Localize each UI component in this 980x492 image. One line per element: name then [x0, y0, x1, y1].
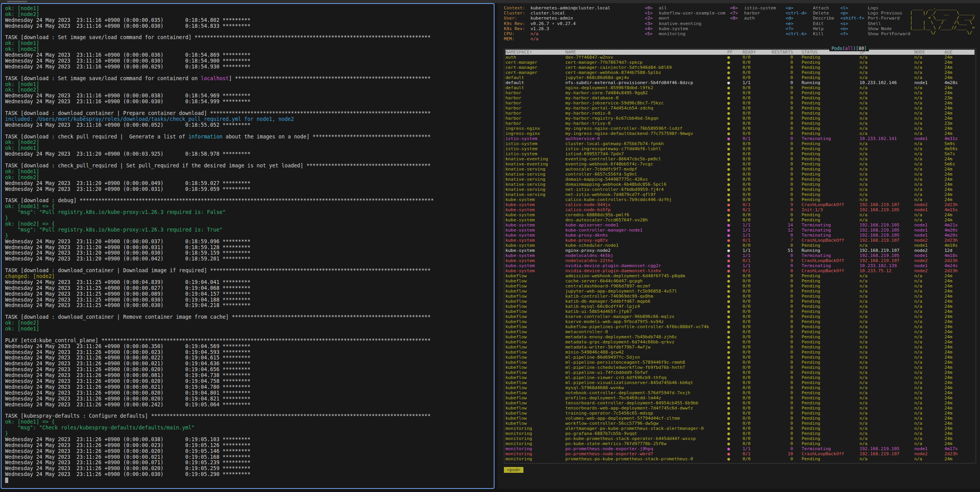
pod-row[interactable]: knative-eventingeventing-controller-8664…: [505, 156, 975, 162]
pod-row[interactable]: authdex-7ff46847-w2nxv●0/00Pendingn/an/a…: [505, 55, 975, 60]
pod-row[interactable]: istio-systemistio-ingressgateway-c7fdd4b…: [505, 146, 975, 151]
pod-row[interactable]: cert-managercert-manager-7fb78674d7-spkc…: [505, 60, 975, 65]
k9s-terminal-pane[interactable]: Context:kubernetes-admin@cluster.localCl…: [498, 3, 980, 489]
pod-row[interactable]: kubeflowkatib-controller-746969dc99-qx8h…: [505, 294, 975, 299]
pod-row[interactable]: harbormy-harbor-redis-0●0/00Pendingn/an/…: [505, 111, 975, 116]
pod-row[interactable]: kubeflowml-pipeline-scheduledworkflow-fb…: [505, 365, 975, 370]
pod-row[interactable]: kubeflowml-pipeline-ui-74fcbdddd9-5bfwf●…: [505, 370, 975, 375]
pod-row[interactable]: knative-eventingeventing-webhook-6f48bb5…: [505, 162, 975, 167]
pod-row[interactable]: istio-systemcluster-local-gateway-675bb7…: [505, 141, 975, 146]
action-menu-item[interactable]: <n>Show Node: [840, 26, 910, 31]
pod-row[interactable]: ingress-nginxmy-ingress-nginx-defaultbac…: [505, 131, 975, 136]
pod-row[interactable]: harbormy-harbor-registry-6c67cbb4bd-5kgq…: [505, 116, 975, 121]
pod-row[interactable]: knative-servingnet-istio-controller-6fbd…: [505, 187, 975, 192]
namespace-hotkey-item[interactable]: <6>istio-system: [730, 5, 784, 11]
action-menu-item[interactable]: <a>Attach: [786, 5, 840, 11]
pod-row[interactable]: monitoringpo-prometheus-node-exporter-j9…: [505, 446, 975, 451]
action-menu-item[interactable]: <?>Help: [786, 26, 840, 31]
pod-row[interactable]: monitoringpo-grafana-6887b7cb5b-9vqqt●0/…: [505, 431, 975, 436]
pod-row[interactable]: knative-servingcontroller-6657c556fd-5g9…: [505, 172, 975, 177]
pod-row[interactable]: harbormy-harbor-trivy-0●0/00Pendingn/an/…: [505, 121, 975, 126]
namespace-hotkey-item[interactable]: <3>knative-eventing: [645, 21, 730, 26]
namespace-hotkey-item[interactable]: <8>auth: [730, 16, 784, 21]
pod-row[interactable]: harbormy-harbor-portal-74d454cb54-zdchq●…: [505, 106, 975, 111]
pod-row[interactable]: kubeflowtensorboard-controller-deploymen…: [505, 400, 975, 406]
namespace-hotkey-item[interactable]: <5>monitoring: [645, 31, 730, 36]
pod-row[interactable]: kube-systemnodelocaldns-4k5bj●1/10Termin…: [505, 253, 975, 258]
namespace-hotkey-item[interactable]: <2>mont: [645, 16, 730, 21]
pod-row[interactable]: kubeflowcache-server-6b44c46d47-gcpgh●0/…: [505, 278, 975, 284]
pod-row[interactable]: kubeflowml-pipeline-visualizationserver-…: [505, 380, 975, 385]
pod-row[interactable]: istio-systemistiod-6995577d4-7pdn7●0/00P…: [505, 151, 975, 156]
ansible-terminal-pane[interactable]: ok: [node1]ok: [node2]Wednesday 24 May 2…: [1, 3, 494, 489]
pod-row[interactable]: kubeflowworkflow-controller-56cc57796-dw…: [505, 421, 975, 426]
pod-row[interactable]: kube-systemdns-autoscaler-7ccd65764f-xv2…: [505, 217, 975, 223]
pod-row[interactable]: kubeflowkubeflow-pipelines-profile-contr…: [505, 324, 975, 329]
pod-row[interactable]: kube-systemkube-controller-manager-node1…: [505, 228, 975, 233]
action-menu-item[interactable]: <l>Logs: [840, 5, 910, 11]
pod-row[interactable]: kube-systemkube-proxy-vg8fx●0/17CrashLoo…: [505, 238, 975, 243]
pod-row[interactable]: kubeflowjupyter-web-app-deployment-fc5b9…: [505, 289, 975, 294]
pod-row[interactable]: cert-managercert-manager-cainjector-5dfc…: [505, 65, 975, 70]
pod-row[interactable]: harbormy-harbor-jobservice-59d96c8bc7-f5…: [505, 101, 975, 106]
namespace-hotkey-item[interactable]: <4>kube-system: [645, 26, 730, 31]
action-menu-item[interactable]: <f>Show PortForward: [840, 31, 910, 36]
action-menu-item[interactable]: <s>Shell: [840, 21, 910, 26]
pod-row[interactable]: kubeflowmetacontroller-0●0/00Pendingn/an…: [505, 329, 975, 334]
namespace-hotkey-item[interactable]: <0>all: [645, 5, 730, 11]
pod-row[interactable]: kube-systemkube-proxy-dknhs●1/10Terminat…: [505, 233, 975, 238]
pod-row[interactable]: kubeflowkatib-mysql-66c8cdff4f-lpjz4●0/0…: [505, 304, 975, 309]
pod-row[interactable]: knative-servingautoscaler-7cbddfc9f7-mxd…: [505, 167, 975, 172]
pod-row[interactable]: kubeflowminio-549846c488-gcw42●0/00Pendi…: [505, 350, 975, 355]
pod-row[interactable]: kubeflowadmission-webhook-deployment-6d4…: [505, 273, 975, 278]
pod-row[interactable]: kubeflowkserve-controller-manager-96b896…: [505, 314, 975, 319]
pod-row[interactable]: kubeflowvolumes-web-app-deployment-5f794…: [505, 416, 975, 421]
action-menu-item[interactable]: <e>Edit: [786, 21, 840, 26]
namespace-hotkey-item[interactable]: <7>harbor: [730, 11, 784, 16]
pod-row[interactable]: kubeflowtraining-operator-7c5456c65-mdsq…: [505, 411, 975, 416]
pod-row[interactable]: kube-systemnginx-proxy-node2●1/151Runnin…: [505, 248, 975, 253]
pod-row[interactable]: monitoringpo-kube-state-metrics-76fd9777…: [505, 441, 975, 446]
pod-row[interactable]: kubeflowkserve-models-web-app-9fbcd79f5-…: [505, 319, 975, 324]
pod-row[interactable]: harbormy-harbor-database-0●0/00Pendingn/…: [505, 95, 975, 101]
pod-row[interactable]: kubeflowprofiles-deployment-7bc6469cdd-l…: [505, 395, 975, 400]
pod-row[interactable]: knative-servingdomainmapping-webhook-6b4…: [505, 182, 975, 187]
action-menu-item[interactable]: <shift-f>Port-Forward: [840, 16, 910, 21]
pod-row[interactable]: kubeflowmetadata-envoy-deployment-7b49bd…: [505, 334, 975, 339]
pod-row[interactable]: kube-systemkube-scheduler-node1●0/00Pend…: [505, 243, 975, 248]
pod-row[interactable]: kubeflowml-pipeline-86d69497fc-5djxn●0/0…: [505, 355, 975, 360]
pod-row[interactable]: monitoringpo-prometheus-node-exporter-wb…: [505, 451, 975, 456]
pod-row[interactable]: kubeflowkatib-ui-58b54d465f-jfp67●0/00Pe…: [505, 309, 975, 314]
pod-row[interactable]: knative-servingdomain-mapping-544987775c…: [505, 177, 975, 182]
action-menu-item[interactable]: <d>Describe: [786, 16, 840, 21]
pod-row[interactable]: kube-systemnvidia-device-plugin-daemonse…: [505, 268, 975, 273]
pod-row[interactable]: monitoringalertmanager-po-kube-prometheu…: [505, 426, 975, 431]
pod-row[interactable]: kubeflowmetadata-writer-5bfdbf79b7-4wfjw…: [505, 345, 975, 350]
pod-row[interactable]: kubeflowml-pipeline-viewer-crd-bdf696cb9…: [505, 375, 975, 380]
pod-row[interactable]: kubeflowcentraldashboard-f966d7897-mczmf…: [505, 284, 975, 289]
pod-row[interactable]: kubeflowkatib-db-manager-5ddbffd67-mqpb6…: [505, 299, 975, 304]
action-menu-item[interactable]: <ctrl-k>Kill: [786, 31, 840, 36]
pod-row[interactable]: monitoringpo-kube-prometheus-stack-opera…: [505, 436, 975, 441]
pod-row[interactable]: kube-systemcoredns-68868dc95b-pmlf6●0/00…: [505, 212, 975, 217]
pod-row[interactable]: kubeflowmysql-5f968d4688-wvnkw●0/00Pendi…: [505, 385, 975, 390]
pod-row[interactable]: kubeflownotebook-controller-deployment-5…: [505, 390, 975, 395]
pod-row[interactable]: cert-managercert-manager-webhook-8744b75…: [505, 70, 975, 75]
pod-row[interactable]: istio-systemauthservice-0●0/10Terminatin…: [505, 136, 975, 141]
namespace-hotkey-item[interactable]: <1>kubeflow-user-example-com: [645, 11, 730, 16]
pod-row[interactable]: defaultjupyter-668c86d68d-gmj4v●0/00Pend…: [505, 75, 975, 80]
pod-row[interactable]: defaultnfs-subdir-external-provisioner-5…: [505, 80, 975, 85]
pod-row[interactable]: kube-systemkube-apiserver-node1●1/114Ter…: [505, 223, 975, 228]
pod-row[interactable]: monitoringprometheus-po-kube-prometheus-…: [505, 456, 975, 461]
action-menu-item[interactable]: <p>Logs Previous: [840, 11, 910, 16]
pod-row[interactable]: kubeflowml-pipeline-persistenceagent-578…: [505, 360, 975, 365]
pod-row[interactable]: kube-systemcalico-node-944jx●0/19CrashLo…: [505, 202, 975, 207]
pod-row[interactable]: kube-systemnvidia-device-plugin-daemonse…: [505, 263, 975, 268]
pod-row[interactable]: ingress-nginxmy-ingress-nginx-controller…: [505, 126, 975, 131]
pod-row[interactable]: knative-servingnet-istio-webhook-7d4879c…: [505, 192, 975, 197]
pod-row[interactable]: kube-systemcalico-node-bs5fp●0/10Init:1/…: [505, 207, 975, 212]
action-menu-item[interactable]: <ctrl-d>Delete: [786, 11, 840, 16]
pod-row[interactable]: kubeflowmetadata-grpc-deployment-6d744c6…: [505, 339, 975, 345]
pod-row[interactable]: kube-systemnodelocaldns-22thx●0/19CrashL…: [505, 258, 975, 263]
pod-row[interactable]: kubeflowtensorboards-web-app-deployment-…: [505, 406, 975, 411]
